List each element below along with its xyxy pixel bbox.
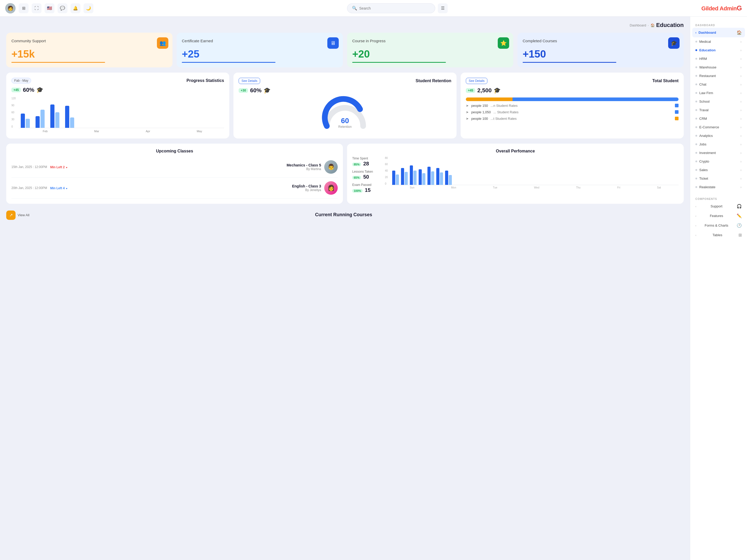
sidebar-item-law-firm[interactable]: Law Firm ○ bbox=[690, 89, 747, 97]
total-student-card: See Details Total Student +45 2,500 🎓 bbox=[461, 73, 684, 138]
breadcrumb-home-icon: 🏠 bbox=[650, 23, 655, 27]
sidebar-chevron-14: ○ bbox=[740, 160, 742, 163]
sidebar-item-chat[interactable]: Chat ○ bbox=[690, 80, 747, 89]
grid-icon-btn[interactable]: ⊞ bbox=[19, 3, 28, 13]
total-student-count: 2,500 bbox=[477, 87, 491, 94]
retention-header: See Details Student Retention bbox=[239, 78, 451, 84]
class-item-0[interactable]: 15th Jan, 2025 : 12:00PM Min Left 2 ● Me… bbox=[11, 157, 338, 178]
comp-label-2: Forms & Charts bbox=[705, 223, 728, 228]
perf-grid: Time Spent 85% 28 Lessons Taken 65% 50 E… bbox=[352, 157, 678, 193]
sidebar-label-17: Realestate bbox=[699, 185, 715, 189]
sidebar-item-dashboard[interactable]: ‹ Dashboard 🏠 bbox=[692, 28, 745, 37]
sidebar-chevron-5: ○ bbox=[740, 83, 742, 86]
sidebar-item-traval[interactable]: Traval ○ bbox=[690, 106, 747, 114]
sidebar-label-8: Traval bbox=[699, 108, 709, 112]
total-student-stat-row: +45 2,500 🎓 bbox=[466, 87, 678, 94]
perf-y-labels: 80 60 40 20 0 bbox=[385, 157, 388, 185]
sidebar-item-investment[interactable]: Investment ○ bbox=[690, 149, 747, 157]
sidebar-comp-forms-&-charts[interactable]: ‹ Forms & Charts 🕐 bbox=[690, 221, 747, 230]
date-range-badge[interactable]: Fab - May bbox=[11, 78, 31, 83]
comp-icon-1: ✏️ bbox=[737, 213, 742, 218]
comp-icon-2: 🕐 bbox=[737, 223, 742, 228]
perf-stat-label-2: Exam Passed bbox=[352, 183, 381, 187]
sidebar-label-16: Ticket bbox=[699, 177, 708, 181]
sidebar-item-warehouse[interactable]: Warehouse ○ bbox=[690, 63, 747, 72]
perf-badge-0: 85% bbox=[352, 163, 361, 166]
sidebar-item-ticket[interactable]: Ticket ○ bbox=[690, 174, 747, 183]
sidebar-dot-1 bbox=[695, 49, 697, 51]
bar-group-feb bbox=[21, 113, 30, 128]
sidebar-chevron-15: ○ bbox=[740, 168, 742, 171]
sidebar-item-realestate[interactable]: Realestate ○ bbox=[690, 183, 747, 191]
progress-bar-dual bbox=[466, 98, 678, 101]
chat-icon-btn[interactable]: 💬 bbox=[58, 3, 68, 13]
sidebar-item-medical[interactable]: Medical ○ bbox=[690, 37, 747, 46]
class-avatar-0: 👨 bbox=[324, 160, 338, 174]
perf-chart: 80 60 40 20 0 bbox=[385, 157, 678, 193]
sidebar-item-e-commerce[interactable]: E-Commerce ○ bbox=[690, 123, 747, 131]
sidebar-chevron-7: ○ bbox=[740, 100, 742, 103]
class-item-1[interactable]: 20th Jan, 2025 : 12:00PM Min Left 4 ● En… bbox=[11, 178, 338, 198]
main-content: Dashboard - 🏠 Education Community Suppor… bbox=[0, 17, 690, 560]
perf-val-0: 28 bbox=[363, 161, 369, 166]
search-bar[interactable]: 🔍 bbox=[347, 3, 435, 13]
class-teacher-0: By Martina bbox=[71, 167, 321, 171]
sidebar-comp-support[interactable]: ‹ Support 🎧 bbox=[690, 202, 747, 211]
sidebar-item-school[interactable]: School ○ bbox=[690, 97, 747, 106]
progress-statistics-card: Fab - May Progress Statistics +45 60% 🎓 … bbox=[6, 73, 229, 138]
layout: Dashboard - 🏠 Education Community Suppor… bbox=[0, 17, 747, 560]
sidebar-item-label-dashboard: Dashboard bbox=[698, 31, 716, 34]
bar-apr-light bbox=[55, 112, 59, 128]
class-info-1: English - Class 3 By Jeneliya bbox=[71, 184, 321, 192]
total-student-see-details-btn[interactable]: See Details bbox=[466, 78, 487, 84]
sidebar-dot-0 bbox=[695, 41, 697, 43]
crop-icon-btn[interactable]: ⛶ bbox=[32, 3, 42, 13]
perf-bar-fri bbox=[436, 168, 443, 185]
home-icon: 🏠 bbox=[737, 30, 742, 35]
comp-label-1: Features bbox=[710, 214, 723, 218]
bar-feb-light bbox=[26, 119, 30, 128]
sidebar-dot-6 bbox=[695, 92, 697, 94]
perf-bar-tue bbox=[410, 165, 416, 185]
rate-row-2: ➤ people 1,050 ... Student Rates bbox=[466, 110, 678, 114]
sidebar-item-hrm[interactable]: HRM ○ bbox=[690, 54, 747, 63]
perf-stat-val-row-2: 100% 15 bbox=[352, 187, 381, 193]
rate-row-1: ➤ people 150 ...n Student Rates bbox=[466, 104, 678, 108]
rate-people-2: people 1,050 bbox=[471, 110, 491, 114]
sidebar-item-analytics[interactable]: Analytics ○ bbox=[690, 131, 747, 140]
moon-icon-btn[interactable]: 🌙 bbox=[83, 3, 93, 13]
perf-bar-wed bbox=[419, 169, 426, 185]
perf-stat-val-row-1: 65% 50 bbox=[352, 174, 381, 180]
dot-orange-3 bbox=[675, 117, 678, 120]
bell-icon-btn[interactable]: 🔔 bbox=[71, 3, 80, 13]
sidebar-item-restaurant[interactable]: Restaurant ○ bbox=[690, 72, 747, 80]
flag-icon-btn[interactable]: 🇺🇸 bbox=[45, 3, 54, 13]
sidebar-comp-tables[interactable]: ‹ Tables ⊞ bbox=[690, 230, 747, 240]
retention-pct: 60% bbox=[250, 87, 261, 94]
menu-icon-btn[interactable]: ☰ bbox=[438, 3, 448, 13]
sidebar-item-crm[interactable]: CRM ○ bbox=[690, 114, 747, 123]
total-student-title: Total Student bbox=[652, 79, 678, 83]
view-all-btn[interactable]: ↗ bbox=[6, 211, 16, 220]
sidebar-component-items: ‹ Support 🎧 ‹ Features ✏️ ‹ Forms & Char… bbox=[690, 202, 747, 240]
sidebar-item-jobs[interactable]: Jobs ○ bbox=[690, 140, 747, 149]
perf-x-labels: Sun Mon Tue Wed Thu Fri Sat bbox=[391, 186, 678, 189]
avatar[interactable]: 🧑 bbox=[5, 3, 16, 14]
sidebar-dot-13 bbox=[695, 152, 697, 154]
stat-card-icon-2: ⭐ bbox=[498, 37, 509, 49]
search-input[interactable] bbox=[359, 6, 427, 10]
stat-card-title-1: Certificate Earned bbox=[182, 38, 291, 44]
sidebar-item-crypto[interactable]: Crypto ○ bbox=[690, 157, 747, 166]
perf-bar-sat bbox=[445, 170, 452, 185]
student-retention-card: See Details Student Retention +30 60% 🎓 bbox=[233, 73, 457, 138]
sidebar-dot-5 bbox=[695, 83, 697, 85]
sidebar-item-education[interactable]: Education ○ bbox=[690, 46, 747, 54]
stat-card-title-2: Course in Progress bbox=[352, 38, 461, 44]
sidebar-chevron-2: ○ bbox=[740, 57, 742, 60]
retention-see-details-btn[interactable]: See Details bbox=[239, 78, 260, 84]
sidebar-label-2: HRM bbox=[699, 57, 707, 61]
sidebar-comp-features[interactable]: ‹ Features ✏️ bbox=[690, 211, 747, 221]
sidebar-components-label: COMPONENTS bbox=[690, 194, 747, 202]
perf-badge-2: 100% bbox=[352, 189, 363, 193]
sidebar-item-sales[interactable]: Sales ○ bbox=[690, 166, 747, 174]
